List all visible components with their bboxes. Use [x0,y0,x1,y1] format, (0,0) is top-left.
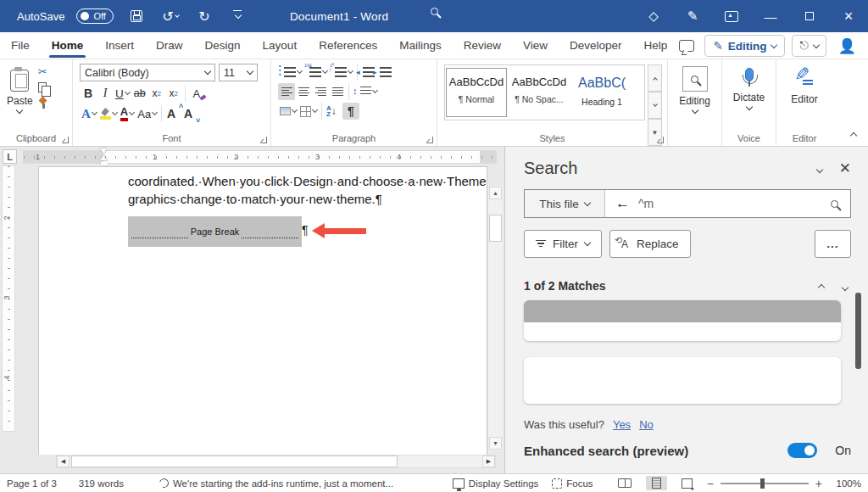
save-button[interactable] [125,5,147,27]
font-dialog-launcher[interactable] [260,137,267,143]
vertical-scrollbar[interactable]: ▲ ▼ [487,186,503,450]
print-layout-button[interactable] [646,476,667,490]
next-match-button[interactable] [843,280,848,293]
italic-button[interactable]: I [97,85,114,102]
subscript-button[interactable]: x2 [148,85,165,102]
draw-pen-icon[interactable]: ✎ [673,0,712,32]
tab-references[interactable]: References [308,32,388,59]
multilevel-list-button[interactable] [329,64,354,81]
paragraph-dialog-launcher[interactable] [426,137,433,143]
numbering-button[interactable] [303,64,329,81]
cut-button[interactable]: ✂ [38,66,48,77]
sort-button[interactable]: AZ↓ [325,103,342,120]
scroll-up-button[interactable]: ▲ [489,187,502,199]
collapse-ribbon-button[interactable] [851,128,856,141]
tab-file[interactable]: File [0,32,41,59]
paste-button[interactable]: Paste [7,63,33,131]
tab-layout[interactable]: Layout [252,32,309,59]
tab-home[interactable]: Home [41,32,95,59]
shrink-font-button[interactable]: A˅ [181,105,198,122]
enhanced-search-toggle[interactable] [787,443,817,458]
zoom-slider[interactable] [721,483,809,484]
vertical-scroll-thumb[interactable] [489,215,502,242]
zoom-percentage[interactable]: 100% [831,478,861,489]
search-scope-dropdown[interactable]: This file [525,190,605,217]
horizontal-scrollbar[interactable]: ◀ ▶ [56,455,496,468]
document-text-line-2[interactable]: graphics·change·to·match·your·new·theme.… [128,192,487,206]
back-arrow-button[interactable]: ← [605,195,638,212]
page-break-marker[interactable]: Page Break [128,216,302,247]
document-text-line-1[interactable]: coordinated.·When·you·click·Design·and·c… [128,174,486,188]
indent-markers[interactable] [100,148,108,165]
align-center-button[interactable] [295,83,312,100]
bold-button[interactable]: B [80,85,97,102]
more-options-button[interactable]: ... [815,230,851,258]
zoom-slider-thumb[interactable] [760,478,765,489]
redo-button[interactable]: ↻ [193,5,215,27]
autosave-toggle[interactable]: Off [76,8,113,24]
pane-close-button[interactable]: ✕ [839,161,851,176]
font-color-button[interactable]: A [119,105,136,122]
borders-button[interactable] [298,103,319,120]
presence-person-icon[interactable]: 👤 [833,37,861,55]
tab-review[interactable]: Review [453,32,512,59]
read-mode-button[interactable] [612,477,637,489]
tab-stop-selector[interactable]: L [3,149,17,164]
style-no-spacing[interactable]: AaBbCcDd ¶ No Spac... [509,68,570,117]
font-size-combobox[interactable]: 11 [219,64,258,81]
previous-match-button[interactable] [819,280,824,293]
align-left-button[interactable] [278,83,295,100]
horizontal-ruler[interactable]: 1 1 2 3 4 [24,151,496,163]
bullets-button[interactable] [278,64,303,81]
text-effects-button[interactable]: A [80,105,98,122]
horizontal-scroll-thumb[interactable] [71,456,398,467]
styles-scroll-up-button[interactable] [648,64,662,92]
search-input[interactable] [638,197,831,210]
clipboard-dialog-launcher[interactable] [62,137,69,143]
zoom-out-button[interactable]: − [707,477,714,490]
dictate-button[interactable]: Dictate [722,59,776,127]
close-button[interactable]: × [829,0,868,32]
web-layout-button[interactable] [676,477,698,490]
filter-button[interactable]: Filter [524,230,602,258]
show-hide-formatting-button[interactable]: ¶ [342,103,359,120]
editor-button[interactable]: Editor [776,59,832,127]
replace-button[interactable]: AReplace [609,230,691,258]
comments-button[interactable] [676,35,698,57]
zoom-in-button[interactable]: + [815,477,822,490]
tab-mailings[interactable]: Mailings [388,32,453,59]
scroll-down-button[interactable]: ▼ [489,437,502,450]
format-painter-button[interactable] [38,98,48,108]
text-highlight-button[interactable] [98,105,119,122]
font-name-combobox[interactable]: Calibri (Body) [80,64,215,81]
search-result-1-selected[interactable] [524,300,841,341]
feedback-no-link[interactable]: No [639,418,654,431]
justify-button[interactable] [329,83,346,100]
styles-scroll-down-button[interactable] [648,92,662,119]
minimize-button[interactable]: — [751,0,790,32]
undo-button[interactable]: ↺ [159,5,181,27]
search-result-2[interactable] [524,357,841,404]
scroll-right-button[interactable]: ▶ [482,456,495,467]
premium-diamond-icon[interactable]: ◇ [634,0,673,32]
focus-mode-button[interactable]: Focus [545,478,599,489]
increase-indent-button[interactable] [377,64,394,81]
tab-draw[interactable]: Draw [145,32,194,59]
tab-help[interactable]: Help [633,32,679,59]
search-icon[interactable] [431,5,438,18]
word-count[interactable]: 319 words [72,478,131,489]
strikethrough-button[interactable]: ab [131,85,148,102]
grow-font-button[interactable]: A˄ [164,105,181,122]
tab-developer[interactable]: Developer [559,32,633,59]
editing-menu-button[interactable]: Editing [668,59,721,127]
style-normal[interactable]: AaBbCcDd ¶ Normal [446,68,507,117]
ribbon-display-options-button[interactable] [712,0,751,32]
editing-mode-dropdown[interactable]: ✎ Editing [704,35,785,57]
feedback-yes-link[interactable]: Yes [613,418,631,431]
copy-button[interactable] [38,82,47,92]
styles-dialog-launcher[interactable] [657,137,664,143]
change-case-button[interactable]: Aa [136,105,159,122]
style-heading-1[interactable]: AaBbC( Heading 1 [571,68,632,117]
underline-button[interactable]: U [114,85,131,102]
pane-collapse-button[interactable] [817,162,822,175]
